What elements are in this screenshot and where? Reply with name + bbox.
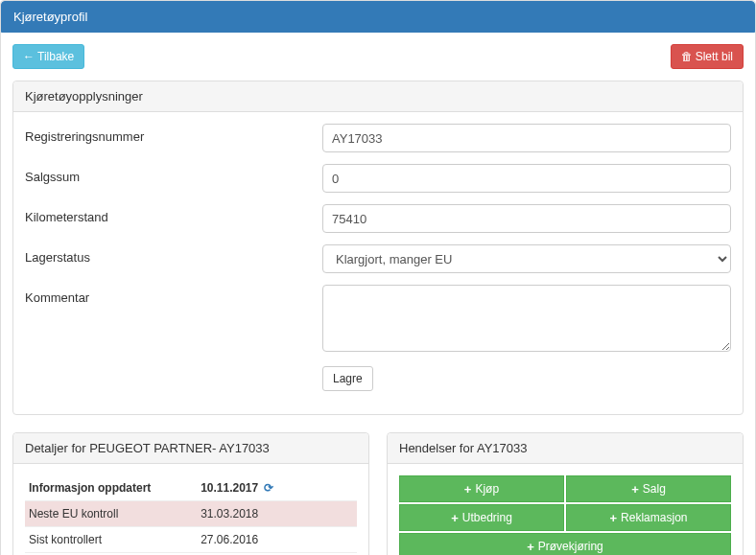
- detail-value: 31.03.2018: [197, 501, 357, 527]
- reklamasjon-button[interactable]: + Reklamasjon: [566, 504, 731, 531]
- table-row: Sist kontrollert 27.06.2016: [25, 527, 357, 553]
- page-title: Kjøretøyprofil: [1, 1, 755, 33]
- back-button[interactable]: ←Tilbake: [12, 44, 84, 69]
- trash-icon: 🗑: [681, 50, 693, 63]
- salgssum-input[interactable]: [322, 164, 731, 193]
- plus-icon: +: [610, 512, 618, 524]
- vehicle-info-heading: Kjøretøyopplysninger: [13, 81, 743, 112]
- regnr-label: Registreringsnummer: [25, 124, 322, 152]
- table-row: Neste EU kontroll 31.03.2018: [25, 501, 357, 527]
- salgssum-label: Salgssum: [25, 164, 322, 193]
- provekjoring-button[interactable]: + Prøvekjøring: [399, 533, 731, 555]
- kjop-button[interactable]: + Kjøp: [399, 475, 564, 502]
- detail-value: 10.11.2017 ⟳: [197, 475, 357, 501]
- table-row: Informasjon oppdatert 10.11.2017 ⟳: [25, 475, 357, 501]
- vehicle-info-panel: Kjøretøyopplysninger Registreringsnummer…: [12, 81, 744, 415]
- events-heading: Hendelser for AY17033: [388, 433, 743, 464]
- lagerstatus-label: Lagerstatus: [25, 244, 322, 273]
- details-panel: Detaljer for PEUGEOT PARTNER- AY17033 In…: [12, 432, 369, 555]
- plus-icon: +: [527, 541, 534, 553]
- detail-label: Sist kontrollert: [25, 527, 197, 553]
- plus-icon: +: [451, 512, 459, 524]
- details-heading: Detaljer for PEUGEOT PARTNER- AY17033: [13, 433, 368, 464]
- detail-value: 27.06.2016: [197, 527, 357, 553]
- regnr-input[interactable]: [322, 124, 731, 152]
- km-input[interactable]: [322, 204, 731, 233]
- utbedring-button[interactable]: + Utbedring: [399, 504, 564, 531]
- save-button[interactable]: Lagre: [322, 366, 373, 391]
- detail-label: Informasjon oppdatert: [25, 475, 197, 501]
- kommentar-label: Kommentar: [25, 285, 322, 355]
- kommentar-textarea[interactable]: [322, 285, 731, 352]
- arrow-left-icon: ←: [23, 50, 35, 63]
- lagerstatus-select[interactable]: Klargjort, manger EU: [322, 244, 731, 273]
- events-panel: Hendelser for AY17033 + Kjøp + Salg: [387, 432, 744, 555]
- plus-icon: +: [631, 483, 639, 496]
- detail-label: Neste EU kontroll: [25, 501, 197, 527]
- plus-icon: +: [464, 483, 472, 496]
- km-label: Kilometerstand: [25, 204, 322, 233]
- salg-button[interactable]: + Salg: [566, 475, 731, 502]
- refresh-icon[interactable]: ⟳: [264, 481, 273, 495]
- delete-button[interactable]: 🗑Slett bil: [671, 44, 744, 69]
